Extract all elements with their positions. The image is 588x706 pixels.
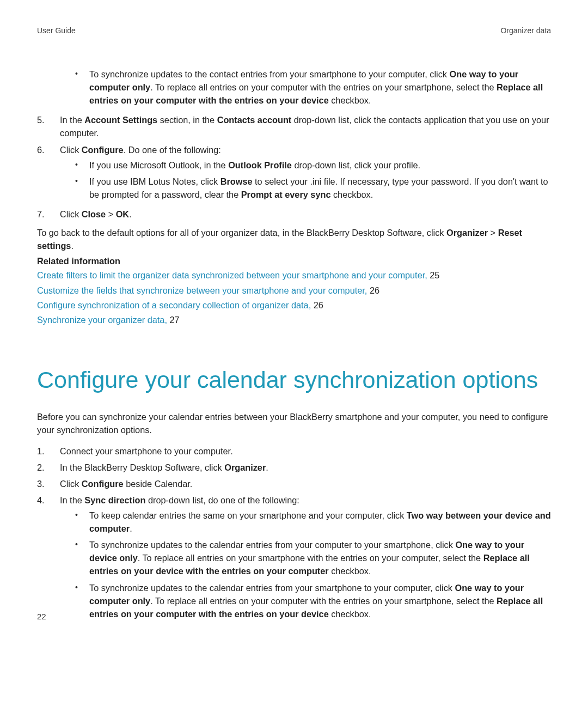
text: Connect your smartphone to your computer… xyxy=(60,445,551,458)
bold-text: Configure xyxy=(82,145,124,155)
related-information-heading: Related information xyxy=(37,254,551,267)
bullet-icon: • xyxy=(75,68,89,107)
text: beside Calendar. xyxy=(124,479,193,489)
header-right: Organizer data xyxy=(500,26,551,35)
text: In the xyxy=(60,115,84,125)
bullet-item: • If you use IBM Lotus Notes, click Brow… xyxy=(75,175,551,201)
step-number: 6. xyxy=(37,143,60,204)
page-content: • To synchronize updates to the contact … xyxy=(37,65,551,624)
text: . To replace all entries on your compute… xyxy=(150,82,497,92)
related-link-line: Synchronize your organizer data, 27 xyxy=(37,313,551,326)
step-number: 7. xyxy=(37,208,60,221)
text: . Do one of the following: xyxy=(124,145,221,155)
text: To synchronize updates to the contact en… xyxy=(89,69,450,79)
text: If you use IBM Lotus Notes, click xyxy=(89,176,220,186)
text: . xyxy=(71,241,74,251)
text: checkbox. xyxy=(330,190,373,199)
bold-text: Organizer xyxy=(224,462,266,472)
step-number: 4. xyxy=(37,494,60,624)
bullet-item: • To synchronize updates to the calendar… xyxy=(75,538,551,577)
bullet-icon: • xyxy=(75,581,89,620)
bullet-icon: • xyxy=(75,538,89,577)
text: . xyxy=(130,524,132,533)
header-left: User Guide xyxy=(37,26,76,35)
section-heading: Configure your calendar synchronization … xyxy=(37,366,551,394)
cal-step-4: 4. In the Sync direction drop-down list,… xyxy=(37,494,551,624)
intro-paragraph: Before you can synchronize your calendar… xyxy=(37,410,551,436)
bold-text: Sync direction xyxy=(84,495,145,505)
text: drop-down list, do one of the following: xyxy=(145,495,299,505)
cal-step-3: 3. Click Configure beside Calendar. xyxy=(37,477,551,490)
cal-step-1: 1. Connect your smartphone to your compu… xyxy=(37,445,551,458)
text: If you use Microsoft Outlook, in the xyxy=(89,160,228,170)
related-link-line: Configure synchronization of a secondary… xyxy=(37,299,551,312)
bold-text: Account Settings xyxy=(84,115,157,125)
related-link-line: Create filters to limit the organizer da… xyxy=(37,269,551,282)
bold-text: Outlook Profile xyxy=(228,160,292,170)
bullet-icon: • xyxy=(75,509,89,535)
text: To keep calendar entries the same on you… xyxy=(89,510,407,520)
bullet-icon: • xyxy=(75,175,89,201)
bullet-item: • To keep calendar entries the same on y… xyxy=(75,509,551,535)
text: To synchronize updates to the calendar e… xyxy=(89,583,455,593)
bold-text: Organizer xyxy=(446,228,488,238)
bold-text: Contacts account xyxy=(217,115,292,125)
bold-text: Prompt at every sync xyxy=(241,190,331,199)
document-page: User Guide Organizer data • To synchroni… xyxy=(0,0,588,706)
text: > xyxy=(106,209,116,219)
related-links: Create filters to limit the organizer da… xyxy=(37,269,551,326)
text: section, in the xyxy=(157,115,217,125)
bullet-item: • To synchronize updates to the contact … xyxy=(75,68,551,107)
bullet-icon: • xyxy=(75,159,89,172)
page-header: User Guide Organizer data xyxy=(37,26,551,35)
related-link[interactable]: Create filters to limit the organizer da… xyxy=(37,270,427,280)
related-link[interactable]: Configure synchronization of a secondary… xyxy=(37,300,311,310)
text: Click xyxy=(60,145,82,155)
related-link[interactable]: Synchronize your organizer data, xyxy=(37,315,167,325)
bullet-item: • If you use Microsoft Outlook, in the O… xyxy=(75,159,551,172)
text: . To replace all entries on your compute… xyxy=(150,596,497,606)
page-ref: 26 xyxy=(367,285,379,295)
text: checkbox. xyxy=(329,609,371,619)
text: Click xyxy=(60,479,82,489)
cal-step-2: 2. In the BlackBerry Desktop Software, c… xyxy=(37,461,551,474)
page-ref: 25 xyxy=(427,270,440,280)
page-number: 22 xyxy=(37,612,46,621)
related-link[interactable]: Customize the fields that synchronize be… xyxy=(37,285,367,295)
bold-text: Related information xyxy=(37,256,120,266)
step-6: 6. Click Configure. Do one of the follow… xyxy=(37,143,551,204)
bold-text: OK xyxy=(116,209,129,219)
step-5: 5. In the Account Settings section, in t… xyxy=(37,113,551,139)
step-number: 5. xyxy=(37,113,60,139)
bold-text: Browse xyxy=(220,176,253,186)
text: > xyxy=(488,228,498,238)
step-number: 3. xyxy=(37,477,60,490)
text: To synchronize updates to the calendar e… xyxy=(89,540,455,550)
bold-text: Close xyxy=(82,209,106,219)
step-number: 2. xyxy=(37,461,60,474)
page-ref: 27 xyxy=(167,315,180,325)
list-item-continuation: • To synchronize updates to the contact … xyxy=(37,65,551,110)
text: In the xyxy=(60,495,84,505)
step-7: 7. Click Close > OK. xyxy=(37,208,551,221)
text: In the BlackBerry Desktop Software, clic… xyxy=(60,462,224,472)
bullet-item: • To synchronize updates to the calendar… xyxy=(75,581,551,620)
text: To go back to the default options for al… xyxy=(37,228,446,238)
text: drop-down list, click your profile. xyxy=(292,160,420,170)
text: . To replace all entries on your smartph… xyxy=(138,553,483,563)
text: checkbox. xyxy=(329,95,371,105)
text: Click xyxy=(60,209,82,219)
text: checkbox. xyxy=(329,566,371,576)
text: . xyxy=(129,209,132,219)
page-ref: 26 xyxy=(311,300,323,310)
text: . xyxy=(266,462,268,472)
paragraph-reset: To go back to the default options for al… xyxy=(37,226,551,252)
bold-text: Configure xyxy=(82,479,124,489)
step-number: 1. xyxy=(37,445,60,458)
related-link-line: Customize the fields that synchronize be… xyxy=(37,284,551,297)
